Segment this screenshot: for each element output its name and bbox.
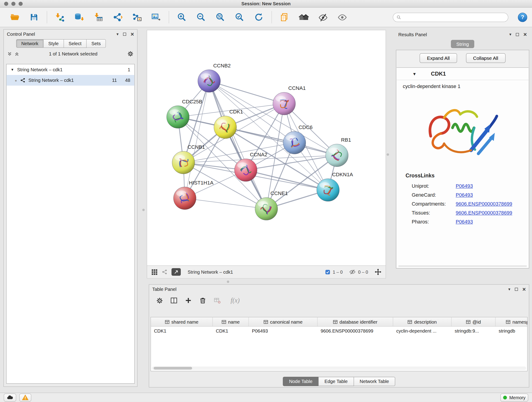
node-RB1[interactable]: RB1 (326, 137, 351, 167)
edge-CCNB2-CCNA1[interactable] (209, 81, 284, 104)
export-network-button[interactable] (130, 10, 143, 24)
network-row-selected[interactable]: ● String Network – cdk1 11 48 (7, 75, 134, 86)
add-column-icon[interactable] (185, 297, 192, 304)
collapse-panel-icon[interactable]: ▾ (508, 287, 510, 291)
node-CDK1[interactable]: CDK1 (214, 109, 243, 138)
tab-string[interactable]: String (451, 40, 475, 48)
open-session-button[interactable] (8, 10, 21, 24)
home-button[interactable] (298, 10, 310, 24)
import-network-from-file-button[interactable] (53, 10, 66, 24)
hide-graphics-details-button[interactable] (317, 10, 330, 24)
float-panel-icon[interactable] (123, 32, 126, 36)
scrollbar-thumb[interactable] (154, 367, 192, 370)
collapse-all-icon[interactable] (7, 51, 12, 56)
column-header-id[interactable]: @id (452, 317, 496, 326)
tab-style[interactable]: Style (44, 39, 64, 48)
crosslink-compartments[interactable]: 9606.ENSP00000378699 (456, 201, 512, 207)
close-panel-icon[interactable]: × (131, 31, 134, 37)
save-session-button[interactable] (27, 10, 41, 24)
warnings-button[interactable] (19, 394, 32, 402)
float-panel-icon[interactable] (515, 288, 518, 291)
tab-edge-table[interactable]: Edge Table (319, 377, 354, 386)
node-CDC25B[interactable]: CDC25B (167, 99, 202, 128)
node-CDKN1A[interactable]: CDKN1A (317, 172, 353, 201)
refresh-view-button[interactable] (252, 10, 265, 24)
column-header-name[interactable]: name (213, 317, 249, 326)
export-image-button[interactable] (150, 10, 163, 24)
function-builder-button[interactable]: f(x) (231, 297, 240, 304)
search-box[interactable] (393, 13, 508, 22)
close-panel-icon[interactable]: × (524, 32, 527, 37)
delete-column-trash-icon[interactable] (199, 297, 207, 304)
crosslink-pharos[interactable]: P06493 (456, 219, 473, 225)
edge-CCNA2-CDKN1A[interactable] (246, 170, 328, 190)
zoom-window-button[interactable] (19, 2, 23, 6)
column-header-namespace[interactable]: namespace (496, 317, 528, 326)
network-canvas[interactable]: CCNB2CCNA1CDC25BCDK1CDC6RB1CCNB1CCNA2CDK… (147, 30, 386, 265)
import-network-from-database-button[interactable] (73, 10, 86, 24)
collapse-panel-icon[interactable]: ▾ (117, 32, 119, 36)
vertical-splitter-handle[interactable] (387, 153, 389, 156)
close-window-button[interactable] (4, 2, 8, 6)
edge-HIST1H1A-CCNE1[interactable] (185, 198, 266, 209)
minimize-window-button[interactable] (12, 2, 16, 6)
horizontal-splitter-handle[interactable] (227, 281, 229, 283)
show-graphics-details-button[interactable] (336, 10, 349, 24)
float-panel-icon[interactable] (516, 33, 519, 36)
tab-node-table[interactable]: Node Table (283, 377, 319, 386)
select-columns-icon[interactable] (170, 297, 178, 304)
expand-all-button[interactable]: Expand All (420, 53, 457, 63)
vertical-splitter-handle[interactable] (142, 209, 145, 211)
new-network-button[interactable] (111, 10, 124, 24)
node-CDC6[interactable]: CDC6 (283, 124, 312, 154)
tree-expanded-icon[interactable]: ▼ (11, 68, 14, 72)
tab-select[interactable]: Select (64, 39, 87, 48)
results-horizontal-scrollbar[interactable] (399, 265, 527, 267)
node-CCNA1[interactable]: CCNA1 (273, 85, 306, 115)
cloud-status-button[interactable] (4, 394, 16, 402)
node-HIST1H1A[interactable]: HIST1H1A (173, 180, 214, 210)
import-table-button[interactable] (92, 10, 105, 24)
selected-checkbox-icon[interactable] (325, 269, 330, 274)
table-row[interactable]: CDK1CDK1P064939606.ENSP00000378699cyclin… (151, 327, 527, 336)
tab-network[interactable]: Network (16, 39, 44, 48)
help-button[interactable]: ? (518, 13, 527, 22)
crosslink-genecard[interactable]: P06493 (456, 192, 473, 198)
network-share-gray-icon[interactable] (162, 269, 167, 275)
zoom-fit-button[interactable] (214, 10, 227, 24)
zoom-out-button[interactable] (195, 10, 208, 24)
tab-sets[interactable]: Sets (87, 39, 106, 48)
column-type-icon (506, 319, 510, 324)
collapse-all-button[interactable]: Collapse All (466, 53, 505, 63)
expand-all-icon[interactable] (14, 51, 19, 56)
table-horizontal-scrollbar[interactable] (152, 366, 526, 370)
gene-section-header[interactable]: ▼ CDK1 (397, 68, 529, 80)
pan-move-icon[interactable] (375, 269, 381, 275)
zoom-selected-button[interactable] (233, 10, 246, 24)
close-panel-icon[interactable]: × (522, 286, 526, 292)
table-settings-gear-icon[interactable] (156, 297, 163, 304)
section-expanded-icon[interactable]: ▼ (412, 71, 417, 76)
tab-network-table[interactable]: Network Table (354, 377, 395, 386)
edge-CDK1-RB1[interactable] (225, 127, 337, 155)
network-collection-row[interactable]: ▼ String Network – cdk1 1 (7, 64, 134, 75)
crosslink-tissues[interactable]: 9606.ENSP00000378699 (456, 210, 512, 216)
hidden-eye-slash-icon[interactable] (349, 269, 356, 275)
column-header-shared-name[interactable]: shared name (151, 317, 213, 326)
column-header-canonical-name[interactable]: canonical name (249, 317, 317, 326)
birds-eye-view-button[interactable] (172, 268, 181, 276)
zoom-in-button[interactable] (175, 10, 188, 24)
edge-CCNB2-CCNE1[interactable] (209, 81, 266, 209)
node-CCNB2[interactable]: CCNB2 (198, 63, 230, 92)
column-header-description[interactable]: description (393, 317, 452, 326)
memory-button[interactable]: Memory (500, 394, 528, 402)
node-label: CDC25B (182, 99, 202, 104)
copy-document-button[interactable] (278, 10, 291, 24)
crosslink-uniprot[interactable]: P06493 (456, 183, 473, 189)
collapse-panel-icon[interactable]: ▾ (509, 32, 511, 36)
gear-icon[interactable] (127, 51, 134, 57)
node-CCNB1[interactable]: CCNB1 (172, 144, 205, 174)
grid-view-icon[interactable] (151, 269, 158, 275)
column-header-database-identifier[interactable]: database identifier (317, 317, 393, 326)
search-input[interactable] (403, 15, 505, 20)
